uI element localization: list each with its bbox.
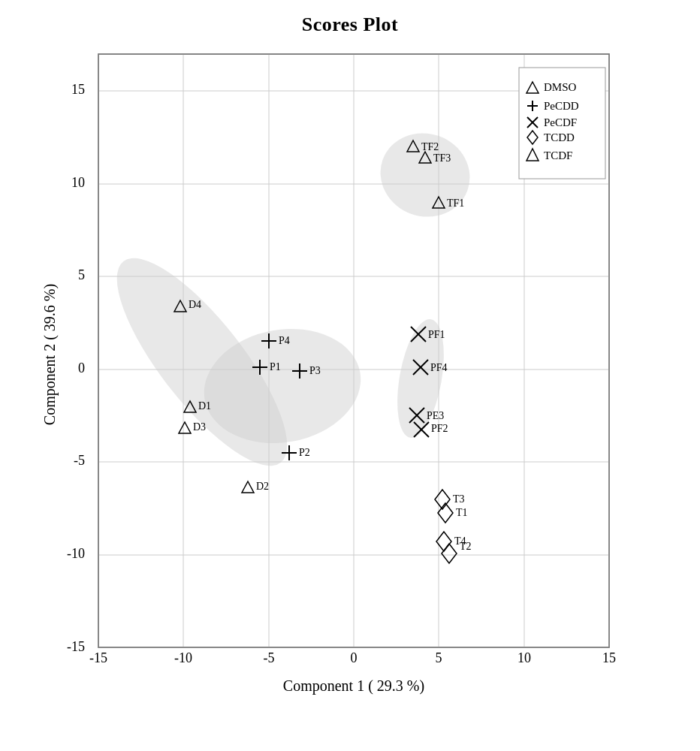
label-T3: T3: [453, 493, 465, 505]
label-D3: D3: [193, 421, 206, 433]
label-D4: D4: [189, 299, 201, 310]
legend-pecdf-label: PeCDF: [544, 116, 577, 128]
svg-text:-5: -5: [264, 650, 275, 665]
svg-text:15: 15: [602, 650, 616, 665]
svg-text:0: 0: [78, 360, 85, 376]
svg-text:-15: -15: [67, 639, 85, 654]
x-axis-label: Component 1 ( 29.3 %): [283, 677, 424, 695]
svg-text:10: 10: [71, 175, 85, 190]
svg-text:-15: -15: [89, 650, 107, 665]
label-TF1: TF1: [447, 198, 464, 209]
label-PE3: PE3: [427, 410, 444, 421]
label-TF3: TF3: [433, 152, 451, 164]
label-TF2: TF2: [421, 141, 439, 152]
svg-text:5: 5: [78, 267, 85, 282]
legend-dmso-label: DMSO: [544, 81, 577, 93]
legend-tcdf-label: TCDF: [544, 149, 572, 161]
label-T1: T1: [456, 507, 468, 518]
label-P4: P4: [279, 335, 290, 346]
label-P3: P3: [309, 365, 321, 376]
label-PF2: PF2: [431, 423, 448, 434]
chart-title: Scores Plot: [302, 14, 399, 36]
label-D2: D2: [256, 481, 269, 492]
svg-text:15: 15: [71, 82, 85, 97]
svg-text:-10: -10: [67, 546, 85, 561]
label-PF1: PF1: [428, 329, 445, 340]
svg-text:-5: -5: [74, 453, 85, 468]
label-T2: T2: [460, 541, 472, 552]
label-P2: P2: [299, 447, 310, 458]
svg-text:5: 5: [436, 650, 442, 665]
legend-pecdd-label: PeCDD: [544, 100, 579, 112]
svg-text:0: 0: [351, 650, 358, 665]
label-P1: P1: [270, 361, 281, 372]
chart-container: Scores Plot: [0, 0, 700, 751]
y-axis-label: Component 2 ( 39.6 %): [41, 284, 59, 425]
label-D1: D1: [198, 400, 211, 412]
svg-text:10: 10: [517, 650, 531, 665]
label-PF4: PF4: [430, 362, 448, 373]
chart-area: -15 -10 -5 0 5 10 15 -15 -10 -5 0 5 10 1…: [38, 39, 684, 700]
svg-text:-10: -10: [174, 650, 192, 665]
legend-tcdd-label: TCDD: [544, 131, 575, 143]
